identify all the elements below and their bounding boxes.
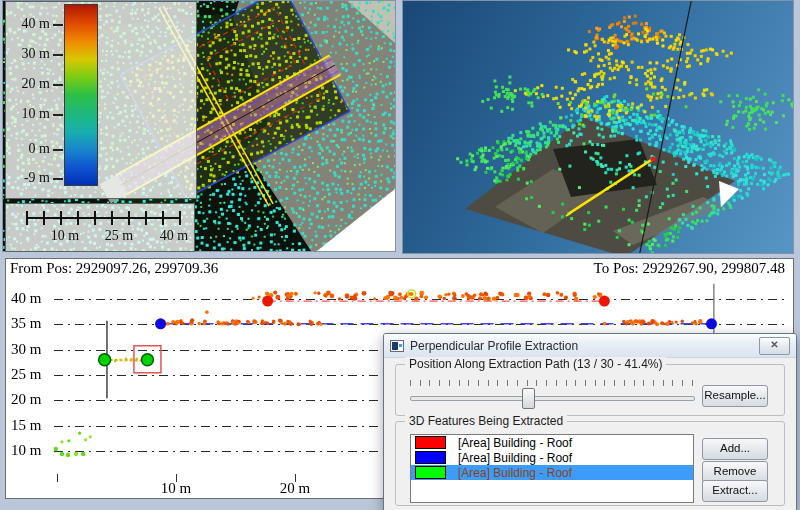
profile-y-tick-label: 40 m [11, 290, 51, 307]
scale-label: 10 m [45, 228, 85, 244]
profile-x-tick-label: 10 m [150, 480, 202, 497]
dialog-titlebar[interactable]: Perpendicular Profile Extraction ✕ [384, 334, 796, 358]
profile-y-tick-label: 35 m [11, 315, 51, 332]
position-groupbox: Position Along Extraction Path (13 / 30 … [395, 364, 785, 416]
perpendicular-profile-extraction-dialog: Perpendicular Profile Extraction ✕ Posit… [383, 333, 797, 510]
legend-tick-mark [53, 54, 63, 56]
scale-ruler-line [26, 217, 180, 219]
feature-label: [Area] Building - Roof [458, 466, 572, 480]
elevation-color-ramp [64, 4, 98, 186]
profile-y-tick-label: 25 m [11, 366, 51, 383]
elevation-legend: 40 m30 m20 m10 m0 m-9 m [5, 1, 197, 199]
legend-tick-label: -9 m [8, 170, 50, 186]
legend-tick-label: 20 m [8, 76, 50, 92]
legend-tick-mark [53, 149, 63, 151]
legend-tick-label: 30 m [8, 46, 50, 62]
feature-row[interactable]: [Area] Building - Roof [411, 450, 693, 465]
dialog-title: Perpendicular Profile Extraction [410, 339, 759, 353]
feature-color-swatch [415, 436, 446, 449]
add-button[interactable]: Add... [702, 438, 768, 460]
legend-tick-mark [53, 178, 63, 180]
slider-thumb[interactable] [522, 388, 535, 409]
feature-row[interactable]: [Area] Building - Roof [411, 465, 693, 480]
from-pos-label: From Pos: 2929097.26, 299709.36 [10, 260, 218, 277]
resample-button[interactable]: Resample... [702, 385, 768, 407]
feature-color-swatch [415, 451, 446, 464]
scale-label: 40 m [154, 228, 194, 244]
map-scale-bar: 10 m25 m40 m [5, 203, 195, 252]
position-group-label: Position Along Extraction Path (13 / 30 … [405, 357, 666, 371]
feature-label: [Area] Building - Roof [458, 451, 572, 465]
legend-tick-mark [53, 114, 63, 116]
lidar-app-window: 40 m30 m20 m10 m0 m-9 m 10 m25 m40 m Fro… [0, 0, 800, 510]
extract-button[interactable]: Extract... [702, 480, 768, 502]
features-groupbox: 3D Features Being Extracted [Area] Build… [395, 421, 785, 506]
features-group-label: 3D Features Being Extracted [405, 414, 567, 428]
feature-color-swatch [415, 466, 446, 479]
legend-tick-mark [53, 24, 63, 26]
legend-tick-label: 40 m [8, 16, 50, 32]
legend-tick-label: 10 m [8, 106, 50, 122]
profile-y-tick-label: 15 m [11, 417, 51, 434]
feature-label: [Area] Building - Roof [458, 436, 572, 450]
profile-y-tick-label: 10 m [11, 442, 51, 459]
feature-row[interactable]: [Area] Building - Roof [411, 435, 693, 450]
profile-x-tick-label: 20 m [269, 480, 321, 497]
map-view-2d[interactable]: 40 m30 m20 m10 m0 m-9 m 10 m25 m40 m [2, 0, 396, 252]
scale-label: 25 m [99, 228, 139, 244]
profile-y-tick-label: 20 m [11, 391, 51, 408]
slider-tickmarks [410, 380, 693, 386]
to-pos-label: To Pos: 2929267.90, 299807.48 [594, 260, 785, 277]
view-3d[interactable] [402, 0, 794, 254]
legend-tick-label: 0 m [8, 141, 50, 157]
view-3d-canvas[interactable] [403, 1, 793, 253]
features-listbox[interactable]: [Area] Building - Roof[Area] Building - … [410, 434, 694, 503]
position-slider[interactable] [410, 396, 695, 401]
dialog-app-icon [390, 340, 404, 352]
legend-tick-mark [53, 84, 63, 86]
close-icon[interactable]: ✕ [759, 337, 790, 355]
profile-y-tick-label: 30 m [11, 341, 51, 358]
